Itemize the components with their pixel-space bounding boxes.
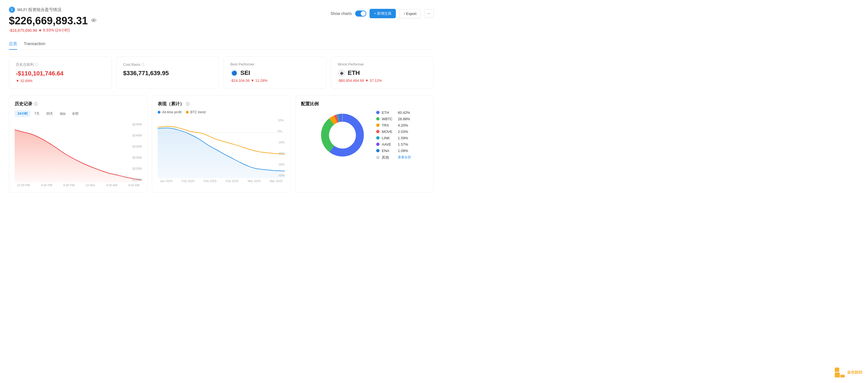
allocation-chart-card: 配置比例 xyxy=(295,95,434,193)
see-all-link[interactable]: 查看全部 xyxy=(398,155,411,160)
info-icon-perf[interactable]: ⓘ xyxy=(186,102,189,107)
donut-dot-wbtc xyxy=(376,117,379,120)
stat-label-cost-basis: Cost Basis ⓘ xyxy=(123,62,212,67)
legend-dot-btc xyxy=(186,111,189,113)
visibility-toggle-icon[interactable]: 👁 xyxy=(91,18,96,24)
history-chart-svg xyxy=(15,121,142,182)
portfolio-label: 1 WLFI 投资组合盈亏情况 xyxy=(9,7,96,13)
donut-dot-trx xyxy=(376,124,379,127)
sei-icon: 🔵 xyxy=(230,69,238,77)
stat-label-worst: Worst Performer xyxy=(338,62,427,66)
donut-container: ETH 60.42% WBTC 28.88% TRX 4.20% xyxy=(301,110,428,160)
perf-y-labels: 10% 0% -10% -20% -30% -40% xyxy=(278,117,285,178)
more-options-button[interactable]: ··· xyxy=(424,9,434,18)
donut-item-wbtc: WBTC 28.88% xyxy=(376,117,411,121)
eth-icon: ◆ xyxy=(338,69,345,77)
show-charts-label: Show charts xyxy=(331,11,352,16)
history-y-labels: $245M $240M $235M $230M $225M $220M xyxy=(132,121,142,182)
donut-dot-other xyxy=(376,156,379,159)
stat-card-best-performer: Best Performer 🔵 SEI -$14,104.06 ▼ 11.28… xyxy=(223,56,327,89)
stat-card-history: 历史总获利 ⓘ -$110,101,746.64 ▼ 32.69% xyxy=(9,56,112,89)
performance-chart-svg xyxy=(158,117,285,178)
stat-sub-history: ▼ 32.69% xyxy=(16,79,105,83)
donut-item-aave: AAVE 1.57% xyxy=(376,142,411,146)
donut-item-other: 其他 查看全部 xyxy=(376,155,411,160)
stat-value-history: -$110,101,746.64 xyxy=(16,70,105,77)
allocation-chart-title: 配置比例 xyxy=(301,101,428,107)
donut-item-eth: ETH 60.42% xyxy=(376,110,411,115)
stat-card-worst-performer: Worst Performer ◆ ETH -$80,854,484.68 ▼ … xyxy=(331,56,434,89)
history-chart-card: 历史记录 ⓘ 24小时 7天 30天 90d 全部 $245M $240M $2… xyxy=(9,95,148,193)
wlfi-logo: 1 xyxy=(9,7,15,13)
worst-performer-sub: -$80,854,484.68 ▼ 37.12% xyxy=(338,78,427,82)
best-performer-sub: -$14,104.06 ▼ 11.28% xyxy=(230,78,319,82)
history-x-labels: 12:00 PM 4:00 PM 8:00 PM 10 Mar 4:00 AM … xyxy=(15,183,142,187)
stats-row: 历史总获利 ⓘ -$110,101,746.64 ▼ 32.69% Cost B… xyxy=(9,56,434,89)
stat-label-best: Best Performer xyxy=(230,62,319,66)
tab-overview[interactable]: 总览 xyxy=(9,38,17,50)
history-chart-title: 历史记录 ⓘ xyxy=(15,101,142,107)
donut-item-trx: TRX 4.20% xyxy=(376,123,411,128)
performance-chart-area: 10% 0% -10% -20% -30% -40% xyxy=(158,117,285,178)
history-chart-area: $245M $240M $235M $230M $225M $220M xyxy=(15,121,142,182)
show-charts-toggle[interactable] xyxy=(355,10,366,16)
legend-btc-trend: BTC trend xyxy=(186,110,206,114)
performance-legend: All-time profit BTC trend xyxy=(158,110,285,114)
tab-transaction[interactable]: Transaction xyxy=(24,38,45,50)
donut-item-move: MOVE 2.03% xyxy=(376,130,411,134)
filter-7d[interactable]: 7天 xyxy=(32,110,42,117)
add-transaction-button[interactable]: + 新增交易 xyxy=(370,9,396,18)
donut-item-link: LINK 1.59% xyxy=(376,136,411,140)
performance-chart-title: 表现（累计） ⓘ xyxy=(158,101,285,107)
donut-legend: ETH 60.42% WBTC 28.88% TRX 4.20% xyxy=(376,110,411,160)
filter-30d[interactable]: 30天 xyxy=(43,110,56,117)
donut-chart-svg xyxy=(317,110,367,160)
stat-card-cost-basis: Cost Basis ⓘ $336,771,639.95 xyxy=(116,56,219,89)
filter-24h[interactable]: 24小时 xyxy=(15,110,30,117)
tab-bar: 总览 Transaction xyxy=(9,38,434,50)
legend-dot-profit xyxy=(158,111,160,113)
donut-dot-link xyxy=(376,136,379,140)
filter-all[interactable]: 全部 xyxy=(69,110,81,117)
perf-x-labels: Jan 2025 Feb 2025 Feb 2025 Feb 2025 Mar … xyxy=(158,179,285,183)
stat-label-history: 历史总获利 ⓘ xyxy=(16,62,105,67)
donut-dot-move xyxy=(376,130,379,133)
worst-performer-name: ◆ ETH xyxy=(338,69,427,77)
info-icon-history[interactable]: ⓘ xyxy=(35,63,38,67)
change-row: -$16,875,690.98 ▼ 6.93% (24小时) xyxy=(9,28,96,33)
donut-item-ena: ENA 1.09% xyxy=(376,149,411,153)
donut-dot-ena xyxy=(376,149,379,152)
legend-all-time-profit: All-time profit xyxy=(158,110,182,114)
info-icon-history-chart[interactable]: ⓘ xyxy=(34,102,38,107)
performance-chart-card: 表现（累计） ⓘ All-time profit BTC trend 10% 0… xyxy=(152,95,290,193)
header-actions: Show charts + 新增交易 ↑ Export ··· xyxy=(331,9,434,18)
charts-row: 历史记录 ⓘ 24小时 7天 30天 90d 全部 $245M $240M $2… xyxy=(9,95,434,193)
donut-dot-aave xyxy=(376,143,379,146)
export-button[interactable]: ↑ Export xyxy=(399,9,421,18)
filter-90d[interactable]: 90d xyxy=(57,110,68,117)
total-value: $226,669,893.31 👁 xyxy=(9,15,96,27)
time-filters: 24小时 7天 30天 90d 全部 xyxy=(15,110,142,117)
info-icon-cost[interactable]: ⓘ xyxy=(141,62,145,67)
stat-value-cost-basis: $336,771,639.95 xyxy=(123,70,212,77)
down-arrow-icon: ▼ xyxy=(38,28,42,33)
donut-dot-eth xyxy=(376,111,379,114)
best-performer-name: 🔵 SEI xyxy=(230,69,319,77)
